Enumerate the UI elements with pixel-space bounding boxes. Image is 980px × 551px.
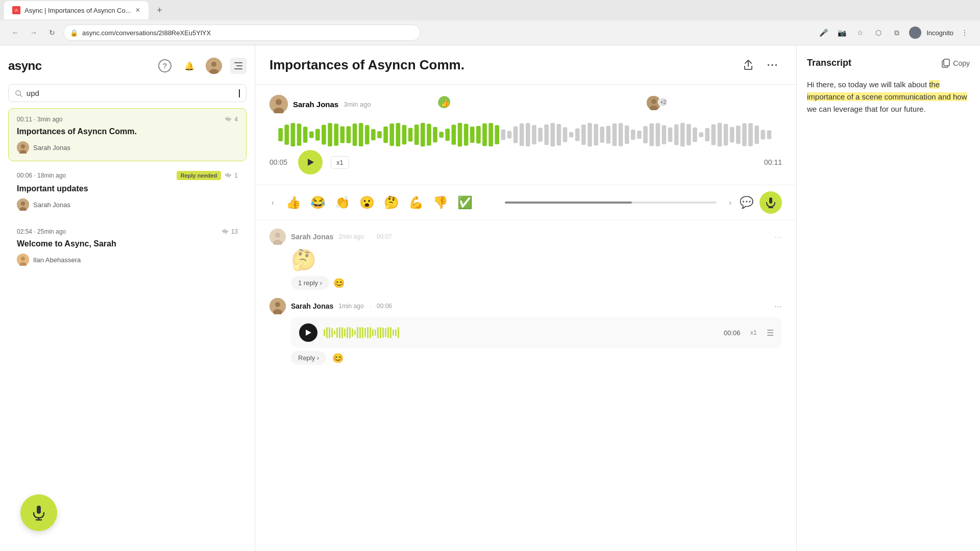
- msg-avatar-1: [270, 229, 286, 245]
- conv-count-3: 13: [231, 228, 238, 235]
- transcript-text: Hi there, so today we will talk about th…: [807, 79, 970, 115]
- total-duration: 00:11: [762, 158, 782, 166]
- wave-bar: [393, 330, 394, 336]
- refresh-button[interactable]: ↻: [45, 26, 59, 40]
- emoji-check[interactable]: ✅: [454, 191, 476, 214]
- cursor: [239, 89, 240, 97]
- more-options-button[interactable]: ···: [764, 56, 782, 74]
- wave-bar: [336, 328, 338, 338]
- play-button[interactable]: [298, 150, 323, 174]
- msg-more-1[interactable]: ···: [774, 232, 782, 242]
- svg-rect-40: [353, 123, 357, 146]
- svg-rect-74: [563, 127, 568, 142]
- transcript-text-after: we can leverage that for our future.: [807, 105, 926, 113]
- svg-rect-99: [718, 123, 722, 146]
- profile-icon[interactable]: [908, 26, 922, 40]
- chat-icon[interactable]: 💬: [740, 196, 753, 209]
- emoji-scroll-right[interactable]: ›: [727, 196, 733, 209]
- conversation-item-3[interactable]: 02:54 · 25min ago 13 Welcome to Async, S…: [8, 220, 247, 273]
- voice-reply-button[interactable]: [760, 191, 782, 214]
- reaction-emoji-1: 🤔: [291, 248, 316, 271]
- nav-bar: ← → ↻ 🔒 async.com/conversations/2I88ReXE…: [0, 20, 980, 45]
- svg-rect-91: [668, 128, 673, 142]
- svg-rect-61: [482, 123, 487, 146]
- conversation-item-1[interactable]: 00:11 · 3min ago 4 Importances of Asyncn…: [8, 108, 247, 161]
- messages-area: Sarah Jonas 2min ago · 00:07 ··· 🤔 1 rep…: [255, 220, 796, 551]
- emoji-progress-bar: [505, 202, 717, 204]
- forward-button[interactable]: →: [27, 26, 41, 40]
- more-menu-icon[interactable]: ⋮: [958, 26, 972, 40]
- add-reaction-button-2[interactable]: 😊: [332, 353, 344, 364]
- svg-rect-72: [550, 123, 555, 146]
- speed-button[interactable]: x1: [331, 156, 349, 169]
- search-input[interactable]: [27, 89, 235, 97]
- add-reaction-button-1[interactable]: 😊: [333, 278, 345, 289]
- star-icon[interactable]: ☆: [853, 26, 867, 40]
- view-replies-button[interactable]: 1 reply ›: [291, 276, 329, 290]
- url-text: async.com/conversations/2I88ReXEu5YlYX: [82, 29, 211, 37]
- notifications-icon[interactable]: 🔔: [181, 58, 198, 74]
- emoji-thumbs-up[interactable]: 👍: [282, 191, 305, 214]
- wave-bar: [339, 327, 340, 338]
- svg-point-15: [21, 257, 25, 261]
- emoji-thumbs-down[interactable]: 👎: [429, 191, 452, 214]
- conv-time-2: 00:06 · 18min ago: [17, 172, 66, 179]
- svg-rect-69: [532, 125, 536, 144]
- active-tab[interactable]: A Async | Importances of Asyncn Co... ✕: [4, 1, 149, 19]
- conversation-item-2[interactable]: 00:06 · 18min ago Reply needed 1 Importa…: [8, 163, 247, 218]
- emoji-clap[interactable]: 👏: [331, 191, 354, 214]
- emoji-bar: ‹ 👍 😂 👏 😮 🤔 💪 👎 ✅ › 💬: [255, 185, 796, 220]
- svg-rect-51: [421, 123, 425, 146]
- svg-rect-58: [464, 123, 469, 145]
- svg-rect-41: [359, 123, 363, 146]
- back-button[interactable]: ←: [8, 26, 22, 40]
- transcript-toggle-icon[interactable]: ☰: [767, 328, 774, 338]
- extensions-icon[interactable]: ⬡: [871, 26, 886, 40]
- tab-favicon: A: [12, 6, 20, 14]
- emoji-wow[interactable]: 😮: [356, 191, 378, 214]
- msg-more-2[interactable]: ···: [774, 301, 782, 312]
- help-icon[interactable]: ?: [157, 58, 173, 74]
- svg-text:👍: 👍: [440, 99, 450, 108]
- copy-button[interactable]: Copy: [942, 59, 970, 68]
- microphone-icon[interactable]: 🎤: [816, 26, 830, 40]
- emoji-muscle[interactable]: 💪: [405, 191, 427, 214]
- share-button[interactable]: [739, 56, 757, 74]
- svg-rect-80: [600, 127, 604, 142]
- svg-rect-67: [520, 123, 524, 146]
- camera-icon[interactable]: 📷: [835, 26, 849, 40]
- msg-author-2: Sarah Jonas: [291, 302, 333, 310]
- svg-rect-63: [495, 125, 499, 144]
- emoji-thinking[interactable]: 🤔: [380, 191, 403, 214]
- audio-message-2: 00:06 x1 ☰: [291, 317, 782, 348]
- conv-name-2: Sarah Jonas: [33, 201, 70, 209]
- emoji-scroll-left[interactable]: ‹: [270, 196, 276, 209]
- svg-rect-81: [606, 126, 611, 143]
- reply-button[interactable]: Reply ›: [291, 351, 326, 365]
- waveform-display[interactable]: [270, 119, 782, 150]
- svg-rect-97: [705, 128, 709, 141]
- record-button[interactable]: [20, 494, 57, 531]
- svg-rect-68: [526, 123, 530, 146]
- emoji-laugh[interactable]: 😂: [307, 191, 329, 214]
- svg-rect-100: [724, 124, 728, 145]
- tab-close-button[interactable]: ✕: [135, 7, 140, 14]
- sidebar-toggle-button[interactable]: [230, 58, 247, 74]
- svg-point-1: [211, 62, 216, 67]
- user-avatar[interactable]: [206, 58, 222, 74]
- new-tab-button[interactable]: +: [153, 3, 167, 17]
- conversation-list: 00:11 · 3min ago 4 Importances of Asyncn…: [8, 108, 247, 273]
- svg-rect-102: [736, 126, 741, 144]
- msg-waveform: [324, 327, 718, 339]
- address-bar[interactable]: 🔒 async.com/conversations/2I88ReXEu5YlYX: [63, 24, 421, 41]
- search-bar[interactable]: [8, 84, 247, 102]
- wave-bar: [362, 327, 363, 338]
- svg-rect-29: [284, 124, 289, 144]
- svg-rect-37: [334, 123, 338, 146]
- msg-play-button[interactable]: [299, 323, 317, 342]
- conv-stats-3: 13: [222, 228, 238, 235]
- wave-bar: [390, 327, 391, 338]
- sidebar-toggle-icon[interactable]: ⧉: [890, 26, 904, 40]
- svg-rect-42: [365, 125, 370, 144]
- conv-title-3: Welcome to Async, Sarah: [17, 239, 238, 248]
